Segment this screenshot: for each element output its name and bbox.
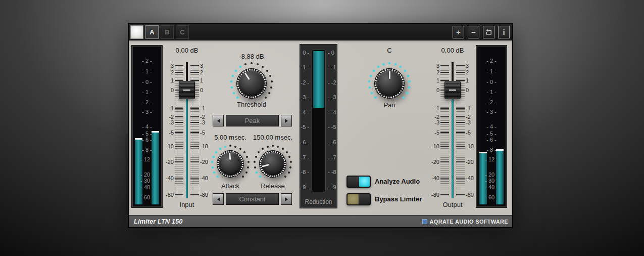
analyze-audio-toggle[interactable]: [346, 176, 371, 188]
knob-tick-dot: [243, 151, 245, 153]
toolbar: A B C + − i: [129, 24, 512, 40]
threshold-label: Threshold: [221, 101, 282, 108]
input-fader[interactable]: 33221100-1-1-2-2-3-3-5-5-10-10-20-20-40-…: [158, 59, 216, 196]
knob-tick-dot: [259, 176, 261, 178]
minus-icon: −: [471, 28, 476, 36]
knob-tick-dot: [213, 172, 215, 174]
knob-tick-dot: [394, 63, 397, 65]
pan-value: C: [359, 47, 420, 54]
pan-knob[interactable]: [365, 59, 414, 108]
output-fader-label: Output: [422, 201, 483, 208]
knob-tick-dot: [408, 87, 410, 89]
detection-mode-prev-button[interactable]: [213, 115, 224, 126]
knob-pointer: [229, 153, 231, 160]
knob-tick-dot: [247, 166, 249, 168]
knob-pointer: [389, 71, 390, 79]
preset-display-button[interactable]: [130, 25, 143, 39]
knob-tick-dot: [230, 80, 232, 82]
slot-c-button[interactable]: C: [176, 25, 189, 39]
release-mode-selector: Constant: [213, 193, 292, 205]
brand-logo-icon: [422, 219, 427, 224]
detection-mode-next-button[interactable]: [281, 115, 292, 126]
limiter-plugin-window: A B C + − i - 2 -- 1 -- 0 -- 1 -- 2: [128, 23, 513, 228]
output-fader-track-lower: [452, 90, 454, 198]
knob-tick-dot: [371, 92, 373, 94]
release-knob-face: [259, 150, 286, 178]
attack-knob[interactable]: [208, 142, 253, 186]
knob-tick-dot: [244, 63, 246, 65]
footer-bar: Limiter LTN 150 AQRATE AUDIO SOFTWARE: [129, 215, 512, 227]
release-mode-value[interactable]: Constant: [226, 193, 279, 205]
knob-tick-dot: [269, 75, 271, 77]
release-knob[interactable]: [251, 142, 295, 186]
bypass-limiter-toggle[interactable]: [346, 193, 371, 205]
knob-tick-dot: [251, 62, 253, 64]
analyze-audio-label: Analyze Audio: [375, 176, 420, 188]
reduction-meter-label: Reduction: [300, 198, 337, 205]
knob-tick-dot: [286, 151, 288, 153]
knob-tick-dot: [288, 172, 290, 174]
knob-tick-dot: [233, 92, 235, 94]
knob-tick-dot: [368, 80, 370, 82]
pan-label: Pan: [359, 101, 420, 109]
knob-tick-dot: [254, 161, 256, 163]
knob-tick-dot: [239, 66, 241, 68]
knob-tick-dot: [282, 148, 284, 150]
knob-tick-dot: [404, 70, 406, 72]
knob-tick-dot: [257, 63, 259, 65]
knob-tick-dot: [268, 92, 270, 94]
knob-tick-dot: [284, 176, 286, 178]
toolbar-actions: + − i: [453, 26, 510, 38]
pan-knob-face: [374, 68, 405, 99]
info-button[interactable]: i: [498, 26, 510, 38]
output-fader-scale: 33221100-1-1-2-2-3-3-5-5-10-10-20-20-40-…: [424, 66, 481, 195]
reduction-meter-scale: 0 -- 0-1 -- -1-2 -- -2-3 -- -3-4 -- -4-5…: [300, 50, 337, 192]
main-panel: - 2 -- 1 -- 0 -- 1 -- 2 -- 3 -- 4 -- 5 -…: [129, 40, 512, 215]
knob-tick-dot: [382, 63, 384, 65]
output-fader[interactable]: 33221100-1-1-2-2-3-3-5-5-10-10-20-20-40-…: [424, 59, 481, 196]
page-background: A B C + − i - 2 -- 1 -- 0 -- 1 -- 2: [0, 0, 644, 256]
knob-tick-dot: [373, 70, 375, 72]
knob-tick-dot: [265, 97, 267, 99]
info-icon: i: [503, 28, 505, 36]
knob-tick-dot: [213, 156, 215, 158]
knob-tick-dot: [266, 70, 268, 72]
knob-tick-dot: [407, 75, 409, 77]
input-fader-scale: 33221100-1-1-2-2-3-3-5-5-10-10-20-20-40-…: [158, 66, 216, 195]
knob-tick-dot: [255, 156, 257, 158]
knob-tick-dot: [374, 97, 376, 99]
slot-b-button[interactable]: B: [161, 25, 174, 39]
knob-tick-dot: [400, 66, 402, 68]
input-fader-track-lower: [186, 90, 188, 198]
arrow-right-icon: [285, 197, 290, 201]
knob-tick-dot: [409, 80, 411, 82]
plugin-title: Limiter LTN 150: [134, 216, 183, 228]
knob-tick-dot: [406, 92, 408, 94]
knob-tick-dot: [236, 97, 238, 99]
arrow-right-icon: [285, 119, 290, 123]
knob-tick-dot: [211, 161, 213, 163]
knob-pointer: [262, 164, 269, 168]
toggle-half-left: [348, 194, 359, 204]
release-mode-prev-button[interactable]: [213, 193, 224, 205]
knob-tick-dot: [388, 62, 390, 64]
knob-pointer: [244, 72, 250, 80]
slot-a-button[interactable]: A: [145, 25, 159, 39]
toggle-half-right: [359, 177, 370, 187]
release-mode-next-button[interactable]: [281, 193, 292, 205]
knob-tick-dot: [229, 145, 231, 147]
bypass-limiter-label: Bypass Limiter: [375, 193, 422, 205]
knob-tick-dot: [377, 66, 379, 68]
toggle-half-left: [348, 177, 359, 187]
knob-tick-dot: [272, 145, 274, 147]
add-preset-button[interactable]: +: [453, 26, 464, 38]
brand: AQRATE AUDIO SOFTWARE: [422, 216, 508, 228]
knob-tick-dot: [369, 87, 371, 89]
knob-tick-dot: [262, 66, 264, 68]
knob-tick-dot: [288, 156, 290, 158]
knob-tick-dot: [235, 70, 237, 72]
remove-preset-button[interactable]: −: [468, 26, 479, 38]
detection-mode-value[interactable]: Peak: [226, 115, 279, 126]
undo-button[interactable]: [483, 26, 494, 38]
knob-tick-dot: [219, 148, 221, 150]
